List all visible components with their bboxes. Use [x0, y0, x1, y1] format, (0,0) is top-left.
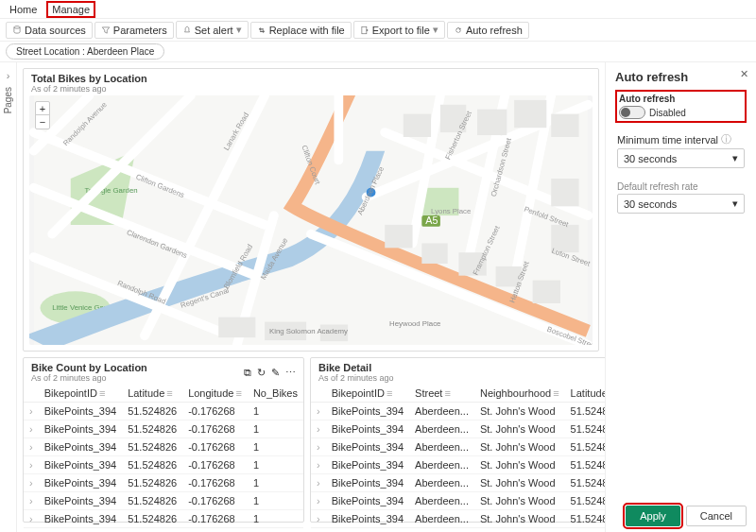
cell: BikePoints_394 — [39, 492, 122, 510]
cell: BikePoints_394 — [326, 420, 409, 438]
table-row[interactable]: ›BikePoints_39451.524826-0.1762681 — [24, 438, 303, 456]
export-file-label: Export to file — [372, 25, 430, 36]
default-rate-label: Default refresh rate — [617, 181, 745, 192]
cell: Aberdeen... — [409, 420, 474, 438]
col-longitude[interactable]: Longitude≡ — [182, 385, 248, 403]
cell: 1 — [248, 403, 303, 420]
refresh-icon[interactable]: ↻ — [257, 367, 266, 379]
expand-icon[interactable]: › — [24, 474, 39, 492]
cell: 51.524826 — [122, 474, 182, 492]
cell: Aberdeen... — [409, 510, 474, 528]
cell: 51.524826 — [122, 510, 182, 528]
svg-rect-12 — [551, 114, 578, 137]
replace-file-label: Replace with file — [269, 25, 345, 36]
info-icon[interactable]: ⓘ — [721, 132, 731, 146]
toggle-switch[interactable] — [619, 106, 645, 119]
filter-chip[interactable]: Street Location : Aberdeen Place — [6, 43, 164, 60]
menu-home[interactable]: Home — [6, 3, 41, 16]
map-subtitle: As of 2 minutes ago — [24, 84, 598, 95]
expand-icon[interactable]: › — [311, 474, 326, 492]
cell: 1 — [248, 510, 303, 528]
expand-icon[interactable]: › — [24, 403, 39, 420]
col2-street[interactable]: Street≡ — [409, 385, 474, 403]
refresh-icon — [454, 26, 463, 35]
menu-manage[interactable]: Manage — [46, 1, 95, 18]
cell: 51.524826 — [122, 456, 182, 474]
table-row[interactable]: ›BikePoints_39451.524826-0.1762681 — [24, 456, 303, 474]
expand-icon[interactable]: › — [24, 492, 39, 510]
cell: 51.524826 — [565, 492, 605, 510]
col-bikepointid[interactable]: BikepointID≡ — [39, 385, 122, 403]
map-canvas[interactable]: + − Triangle Garden Little Venice Garden… — [29, 95, 593, 345]
col-latitude[interactable]: Latitude≡ — [122, 385, 182, 403]
table-row[interactable]: ›BikePoints_39451.524826-0.1762681 — [24, 403, 303, 420]
data-sources-button[interactable]: Data sources — [6, 22, 93, 39]
cell: Aberdeen... — [409, 492, 474, 510]
chevron-right-icon[interactable]: › — [7, 70, 10, 81]
cell: St. John's Wood — [474, 492, 565, 510]
map-panel: Total Bikes by Location As of 2 minutes … — [23, 68, 599, 352]
table-row[interactable]: ›BikePoints_394Aberdeen...St. John's Woo… — [311, 492, 605, 510]
copy-icon[interactable]: ⧉ — [244, 367, 251, 379]
footer: Apply Cancel — [626, 506, 747, 526]
cell: St. John's Wood — [474, 420, 565, 438]
svg-text:A5: A5 — [425, 215, 438, 226]
table-row[interactable]: ›BikePoints_394Aberdeen...St. John's Woo… — [311, 510, 605, 528]
expand-icon[interactable]: › — [24, 510, 39, 528]
table-row[interactable]: ›BikePoints_39451.524826-0.1762681 — [24, 474, 303, 492]
expand-icon[interactable]: › — [311, 403, 326, 420]
export-file-button[interactable]: Export to file▾ — [353, 21, 445, 39]
more-icon[interactable]: ⋯ — [285, 367, 296, 379]
expand-icon[interactable]: › — [311, 492, 326, 510]
database-icon — [12, 26, 22, 35]
table-row[interactable]: ›BikePoints_394Aberdeen...St. John's Woo… — [311, 474, 605, 492]
table-row[interactable]: ›BikePoints_394Aberdeen...St. John's Woo… — [311, 456, 605, 474]
cell: -0.176268 — [182, 403, 248, 420]
table-row[interactable]: ›BikePoints_39451.524826-0.1762681 — [24, 510, 303, 528]
min-interval-value: 30 seconds — [624, 153, 677, 164]
svg-rect-21 — [551, 179, 578, 206]
edit-icon[interactable]: ✎ — [271, 367, 280, 379]
cell: St. John's Wood — [474, 456, 565, 474]
table-row[interactable]: ›BikePoints_39451.524826-0.1762681 — [24, 420, 303, 438]
col2-neighbourhood[interactable]: Neighbourhood≡ — [474, 385, 565, 403]
col2-latitude[interactable]: Latitude≡ — [565, 385, 605, 403]
table-row[interactable]: ›BikePoints_394Aberdeen...St. John's Woo… — [311, 403, 605, 420]
expand-icon[interactable]: › — [311, 438, 326, 456]
min-interval-select[interactable]: 30 seconds ▾ — [617, 148, 745, 168]
set-alert-button[interactable]: Set alert▾ — [176, 21, 249, 39]
cell: 51.524826 — [565, 438, 605, 456]
expand-icon[interactable]: › — [24, 420, 39, 438]
cell: Aberdeen... — [409, 474, 474, 492]
col-nobikes[interactable]: No_Bikes — [248, 385, 303, 403]
svg-rect-10 — [477, 110, 507, 135]
cell: -0.176268 — [182, 438, 248, 456]
cell: St. John's Wood — [474, 403, 565, 420]
table-row[interactable]: ›BikePoints_394Aberdeen...St. John's Woo… — [311, 420, 605, 438]
expand-icon[interactable]: › — [311, 420, 326, 438]
default-rate-select[interactable]: 30 seconds ▾ — [617, 194, 745, 214]
expand-icon[interactable]: › — [24, 456, 39, 474]
table-row[interactable]: ›BikePoints_39451.524826-0.1762681 — [24, 492, 303, 510]
replace-file-button[interactable]: Replace with file — [250, 22, 352, 39]
cell: 51.524826 — [565, 403, 605, 420]
expand-icon[interactable]: › — [311, 510, 326, 528]
table-row[interactable]: ›BikePoints_394Aberdeen...St. John's Woo… — [311, 438, 605, 456]
min-interval-group: Minimum time interval ⓘ 30 seconds ▾ — [615, 129, 747, 172]
parameters-button[interactable]: Parameters — [94, 22, 174, 39]
cancel-button[interactable]: Cancel — [686, 506, 747, 526]
auto-refresh-button[interactable]: Auto refresh — [447, 22, 529, 39]
col2-bikepointid[interactable]: BikepointID≡ — [326, 385, 409, 403]
chevron-down-icon: ▾ — [433, 24, 438, 36]
set-alert-label: Set alert — [195, 25, 233, 36]
expand-icon[interactable]: › — [311, 456, 326, 474]
close-icon[interactable]: ✕ — [740, 68, 748, 80]
expand-icon[interactable]: › — [24, 438, 39, 456]
svg-point-0 — [14, 26, 20, 28]
cell: 51.524826 — [122, 438, 182, 456]
table2-sub: As of 2 minutes ago — [318, 373, 394, 383]
zoom-in-button[interactable]: + — [36, 102, 49, 115]
zoom-out-button[interactable]: − — [36, 115, 49, 129]
default-rate-group: Default refresh rate 30 seconds ▾ — [615, 178, 747, 217]
apply-button[interactable]: Apply — [626, 506, 680, 526]
